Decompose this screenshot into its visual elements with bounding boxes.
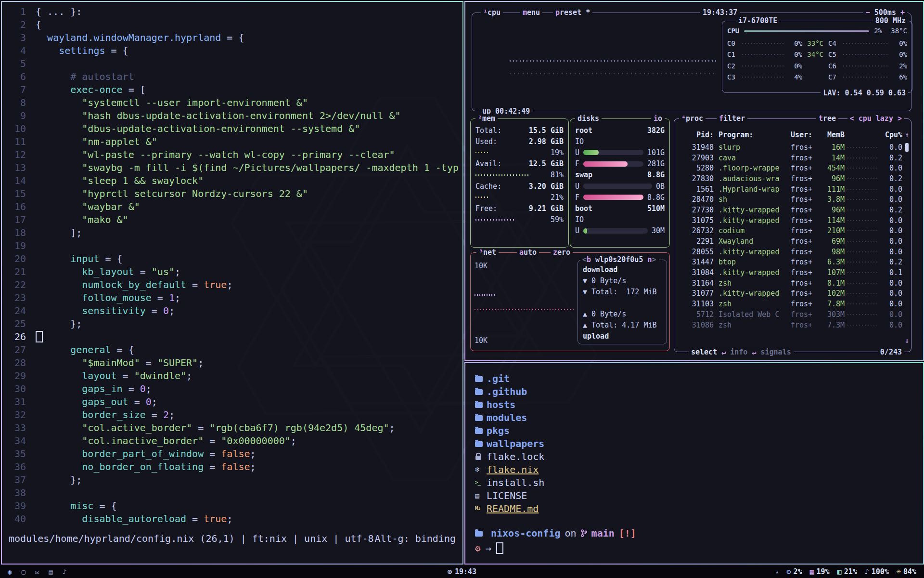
process-mem: 96M	[821, 174, 845, 183]
process-mem: 8.1M	[821, 279, 845, 288]
editor-line: 34 "col.inactive_border" = "0x00000000";	[2, 434, 462, 447]
process-mem: 6.3M	[821, 258, 845, 266]
memory-stat[interactable]: ▦19%	[809, 567, 829, 576]
process-row[interactable]: 5712Isolated Web Cfros+303M0.0	[679, 309, 902, 320]
disk-stat[interactable]: ◧21%	[837, 567, 857, 576]
process-row[interactable]: 1561.Hyprland-wrapfros+111M0.0	[679, 184, 902, 195]
process-row[interactable]: 31084.kitty-wrappedfros+107M0.1	[679, 267, 902, 278]
process-row[interactable]: 31077.kitty-wrappedfros+102M0.0	[679, 289, 902, 299]
mem-percent: 19%	[551, 148, 564, 157]
file-name: README.md	[487, 503, 539, 514]
apps-icon[interactable]: ▤	[49, 568, 52, 576]
mem-value: 9.21 GiB	[529, 204, 564, 213]
process-user: fros+	[791, 258, 821, 266]
process-row[interactable]: 31164zshfros+8.1M0.0	[679, 278, 902, 289]
editor-line: 8 "systemctl --user import-environment &…	[2, 96, 462, 109]
process-row[interactable]: 26732codiumfros+210M0.0	[679, 226, 902, 236]
process-user: fros+	[791, 268, 821, 277]
disk-bar-value: 281G	[647, 159, 665, 168]
editor-line: 3 wayland.windowManager.hyprland = {	[2, 31, 462, 44]
code-segment: =	[123, 383, 140, 394]
code-segment	[36, 175, 82, 186]
editor-window[interactable]: 1{ ... }:2{3 wayland.windowManager.hyprl…	[1, 1, 463, 565]
process-pid: 31447	[679, 258, 714, 266]
core-temperature: 34°C	[802, 51, 823, 58]
code-segment	[36, 253, 70, 264]
process-row[interactable]: 31075.kitty-wrappedfros+114M0.0	[679, 215, 902, 226]
code-segment: border_size	[82, 409, 145, 420]
mem-box-title: ²mem	[475, 114, 498, 123]
volume-stat[interactable]: ♪100%	[865, 567, 889, 576]
core-percent: 0%	[786, 62, 802, 70]
net-interface-selector[interactable]: <b wlp0s20f0u5 n>	[580, 255, 659, 264]
process-user: fros+	[791, 310, 821, 319]
process-row[interactable]: 31447btopfros+6.3M0.2	[679, 257, 902, 268]
brightness-stat[interactable]: ☀84%	[897, 567, 916, 576]
prompt-directory: nixos-config	[491, 527, 561, 539]
sort-selector[interactable]: < cpu lazy >	[847, 114, 904, 123]
disk-meter-fill	[583, 161, 628, 167]
code-segment	[36, 500, 70, 512]
window-icon[interactable]: ▢	[21, 568, 25, 576]
terminal-window[interactable]: .git.githubhostsmodulespkgswallpapersfla…	[464, 362, 924, 565]
proc-count: 0/243	[878, 347, 904, 357]
tree-button[interactable]: tree	[816, 114, 838, 123]
line-number: 24	[2, 304, 36, 317]
filter-button[interactable]: filter	[717, 114, 747, 123]
scrollbar-thumb[interactable]	[905, 143, 909, 152]
code-segment: disable_autoreload	[82, 513, 186, 525]
code-segment: =	[117, 370, 134, 381]
process-row[interactable]: 5280.floorp-wrappefros+454M0.0	[679, 163, 902, 173]
volume-stat-value: 100%	[872, 567, 889, 576]
messages-icon[interactable]: ✉	[35, 568, 39, 576]
net-info-box: <b wlp0s20f0u5 n> download ▼ 0 Byte/s ▼ …	[578, 260, 667, 344]
cpu-frequency: 800 MHz	[873, 16, 908, 26]
disk-meter	[583, 150, 643, 155]
code-segment: true	[204, 513, 227, 525]
btop-window[interactable]: ¹cpu menu preset * 19:43:37 − 500ms + i7…	[464, 1, 924, 361]
process-table-header[interactable]: Pid: Program: User: MemB Cpu%	[679, 131, 902, 139]
cpu-stat[interactable]: ⚙2%	[786, 567, 802, 576]
code-segment	[36, 32, 47, 43]
prompt-arrow-icon: →	[485, 542, 491, 554]
io-mode-button[interactable]: io	[651, 114, 665, 123]
core-percent: 6%	[891, 73, 907, 81]
code-segment	[36, 513, 82, 525]
net-auto-button[interactable]: auto	[517, 248, 539, 257]
net-box-title: ³net	[476, 248, 499, 257]
process-row[interactable]: 31948slurpfros+16M0.0	[679, 142, 902, 153]
disk-name: swap	[575, 171, 592, 179]
line-number: 10	[2, 122, 36, 135]
mem-value: 15.5 GiB	[529, 126, 564, 135]
launcher-icon[interactable]: ◉	[8, 568, 12, 576]
clock-widget[interactable]: ⊙ 19:43	[448, 567, 476, 576]
net-zero-button[interactable]: zero	[551, 248, 573, 257]
menu-button[interactable]: menu	[520, 8, 542, 17]
code-segment	[36, 409, 82, 420]
line-number: 19	[2, 239, 36, 252]
process-row[interactable]: 27830.audacious-wrafros+96M0.2	[679, 173, 902, 184]
scroll-down-arrow[interactable]: ↓	[905, 336, 909, 345]
shell-input-line[interactable]: ⚙ →	[475, 542, 923, 554]
process-row[interactable]: 31103zshfros+7.8M0.0	[679, 299, 902, 309]
music-icon[interactable]: ♪	[63, 568, 66, 576]
process-user: fros+	[791, 174, 821, 183]
tray-expand-icon[interactable]: ▴	[775, 568, 779, 575]
process-row[interactable]: 27903cavafros+14M0.2	[679, 153, 902, 163]
process-row[interactable]: 28055.kitty-wrappedfros+98M0.0	[679, 247, 902, 257]
scroll-up-arrow[interactable]: ↑	[905, 131, 909, 139]
editor-buffer[interactable]: 1{ ... }:2{3 wayland.windowManager.hyprl…	[2, 2, 462, 525]
mem-meter	[475, 152, 488, 153]
process-row[interactable]: 28470shfros+3.8M0.0	[679, 194, 902, 205]
preset-button[interactable]: preset *	[553, 8, 592, 17]
process-row[interactable]: 27730.kitty-wrappedfros+96M0.2	[679, 205, 902, 215]
process-row[interactable]: 2291Xwaylandfros+69M0.0	[679, 236, 902, 247]
process-row[interactable]: 31086zshfros+7.3M0.0	[679, 320, 902, 330]
file-name: wallpapers	[487, 438, 544, 449]
desktop: 1{ ... }:2{3 wayland.windowManager.hyprl…	[0, 0, 924, 578]
mem-meter-row: 81%	[475, 170, 564, 181]
code-segment: "swaybg -m fill -i $(find ~/Pictures/wal…	[82, 162, 459, 173]
code-segment: 0	[140, 383, 146, 394]
process-mem: 69M	[821, 237, 845, 246]
lock-icon	[475, 453, 487, 460]
